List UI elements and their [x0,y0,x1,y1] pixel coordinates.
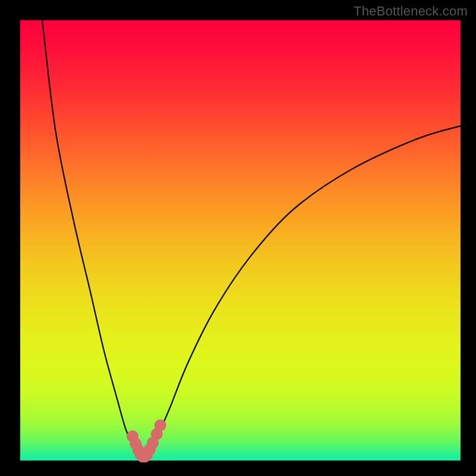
optimal-marker [154,419,166,431]
watermark-text: TheBottleneck.com [353,4,468,19]
bottleneck-chart [0,0,476,476]
plot-background [20,20,461,461]
chart-frame: TheBottleneck.com [0,0,476,476]
